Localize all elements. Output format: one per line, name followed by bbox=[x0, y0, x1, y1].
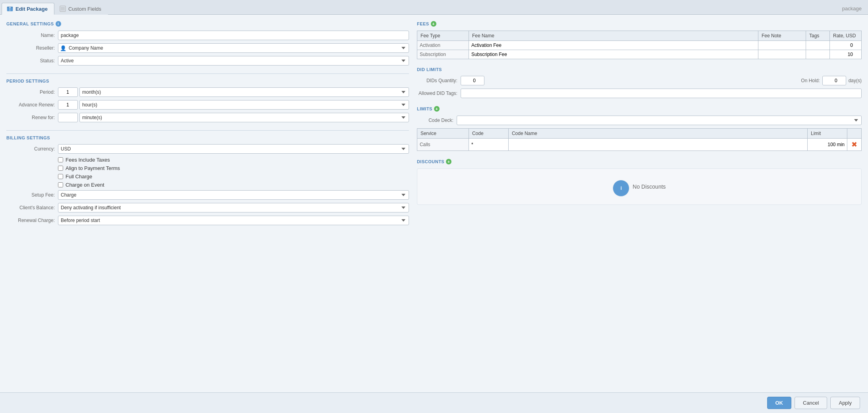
renewal-charge-label: Renewal Charge: bbox=[6, 218, 58, 223]
fees-row-0: Activation bbox=[417, 41, 861, 50]
top-right-label: package bbox=[108, 2, 868, 14]
advance-renew-num-input[interactable] bbox=[58, 100, 78, 110]
limits-row-0: Calls ✖ bbox=[417, 139, 861, 151]
charge-on-event-label: Charge on Event bbox=[66, 182, 104, 188]
limits-codename-input-0[interactable] bbox=[511, 142, 805, 147]
full-charge-label: Full Charge bbox=[66, 174, 92, 179]
period-num-input[interactable] bbox=[58, 87, 78, 97]
fees-col-tags: Tags bbox=[806, 31, 829, 41]
fees-col-note: Fee Note bbox=[758, 31, 806, 41]
general-settings-header: General Settings i bbox=[6, 21, 409, 27]
renew-for-row: Renew for: minute(s) hour(s) day(s) bbox=[6, 113, 409, 122]
tab-custom-fields[interactable]: Custom Fields bbox=[54, 3, 108, 15]
tab-bar: Edit Package Custom Fields package bbox=[0, 0, 868, 15]
code-deck-select[interactable] bbox=[457, 116, 862, 125]
currency-select[interactable]: USD EUR GBP bbox=[58, 144, 409, 154]
fees-rate-0 bbox=[829, 41, 861, 50]
discounts-add-icon[interactable]: + bbox=[446, 159, 451, 164]
fees-name-input-0[interactable] bbox=[471, 42, 756, 48]
fees-rate-input-1[interactable] bbox=[832, 52, 859, 57]
renew-for-num-input[interactable] bbox=[58, 113, 78, 122]
ok-button[interactable]: OK bbox=[767, 397, 792, 409]
align-to-payment-label: Align to Payment Terms bbox=[66, 165, 120, 171]
advance-renew-unit-select[interactable]: hour(s) day(s) minute(s) bbox=[79, 100, 409, 110]
cancel-button[interactable]: Cancel bbox=[795, 397, 827, 409]
align-to-payment-checkbox[interactable] bbox=[58, 166, 63, 171]
fees-rate-1 bbox=[829, 50, 861, 59]
fees-note-input-0[interactable] bbox=[761, 42, 803, 48]
fees-include-taxes-row: Fees Include Taxes bbox=[58, 157, 409, 163]
limits-table: Service Code Code Name Limit Calls bbox=[417, 128, 862, 151]
full-charge-row: Full Charge bbox=[58, 174, 409, 179]
limits-service-0: Calls bbox=[417, 139, 469, 151]
fees-rate-input-0[interactable] bbox=[832, 42, 859, 48]
limits-delete-btn-0[interactable]: ✖ bbox=[850, 141, 859, 149]
left-panel: General Settings i Name: Reseller: 👤 Com… bbox=[6, 21, 417, 386]
period-settings-section: Period Settings Period: month(s) day(s) … bbox=[6, 79, 409, 122]
currency-row: Currency: USD EUR GBP bbox=[6, 144, 409, 154]
limits-col-actions bbox=[847, 129, 861, 139]
fees-note-input-1[interactable] bbox=[761, 52, 803, 57]
limits-section: Limits + Code Deck: Service Code bbox=[417, 106, 862, 151]
fees-col-name: Fee Name bbox=[469, 31, 758, 41]
name-row: Name: bbox=[6, 31, 409, 40]
name-input[interactable] bbox=[58, 31, 409, 40]
billing-settings-header: Billing Settings bbox=[6, 135, 409, 140]
fees-type-1: Subscription bbox=[417, 50, 469, 59]
renewal-charge-select[interactable]: Before period start After period start bbox=[58, 216, 409, 225]
discounts-header: Discounts + bbox=[417, 159, 862, 164]
dids-quantity-input[interactable] bbox=[461, 76, 484, 85]
reseller-row: Reseller: 👤 Company Name bbox=[6, 43, 409, 53]
fees-include-taxes-checkbox[interactable] bbox=[58, 157, 63, 162]
name-label: Name: bbox=[6, 33, 58, 38]
apply-button[interactable]: Apply bbox=[830, 397, 860, 409]
fees-tags-input-1[interactable] bbox=[808, 52, 827, 57]
general-settings-info-icon[interactable]: i bbox=[56, 21, 61, 27]
status-select[interactable]: Active Inactive bbox=[58, 56, 409, 66]
clients-balance-select[interactable]: Deny activating if insufficient Allow bbox=[58, 203, 409, 212]
limits-codename-0 bbox=[508, 139, 807, 151]
full-charge-checkbox[interactable] bbox=[58, 174, 63, 179]
no-discounts-text: No Discounts bbox=[633, 183, 665, 190]
fees-name-0 bbox=[469, 41, 758, 50]
limits-limit-input-0[interactable] bbox=[810, 142, 845, 147]
fees-tags-input-0[interactable] bbox=[808, 42, 827, 48]
main-content: General Settings i Name: Reseller: 👤 Com… bbox=[0, 15, 868, 392]
setup-fee-select[interactable]: Charge No Charge bbox=[58, 190, 409, 200]
limits-col-code: Code bbox=[469, 129, 508, 139]
reseller-select[interactable]: Company Name bbox=[58, 43, 409, 53]
renewal-charge-row: Renewal Charge: Before period start Afte… bbox=[6, 216, 409, 225]
right-panel: Fees + Fee Type Fee Name Fee Note Tags R… bbox=[417, 21, 862, 386]
limits-table-wrap: Service Code Code Name Limit Calls bbox=[417, 128, 862, 151]
allowed-did-tags-input[interactable] bbox=[461, 89, 862, 98]
bottom-bar: OK Cancel Apply bbox=[0, 392, 868, 413]
tab-edit-package[interactable]: Edit Package bbox=[2, 3, 54, 15]
limits-code-input-0[interactable] bbox=[471, 142, 506, 147]
no-discounts-info-icon: i bbox=[613, 180, 629, 197]
setup-fee-label: Setup Fee: bbox=[6, 192, 58, 198]
renew-for-input-group: minute(s) hour(s) day(s) bbox=[58, 113, 409, 122]
charge-on-event-checkbox[interactable] bbox=[58, 182, 63, 187]
period-settings-header: Period Settings bbox=[6, 79, 409, 83]
fees-name-input-1[interactable] bbox=[471, 52, 756, 57]
on-hold-input[interactable] bbox=[822, 76, 846, 85]
no-discounts-box: i No Discounts bbox=[417, 168, 862, 205]
discounts-section: Discounts + i No Discounts bbox=[417, 159, 862, 205]
renew-for-unit-select[interactable]: minute(s) hour(s) day(s) bbox=[79, 113, 409, 122]
fees-add-icon[interactable]: + bbox=[431, 21, 436, 27]
limits-col-limit: Limit bbox=[807, 129, 847, 139]
fees-section: Fees + Fee Type Fee Name Fee Note Tags R… bbox=[417, 21, 862, 59]
allowed-did-tags-label: Allowed DID Tags: bbox=[417, 91, 461, 96]
reseller-select-wrap: 👤 Company Name bbox=[58, 43, 409, 53]
limits-delete-0: ✖ bbox=[847, 139, 861, 151]
period-unit-select[interactable]: month(s) day(s) hour(s) bbox=[79, 87, 409, 97]
general-settings-section: General Settings i Name: Reseller: 👤 Com… bbox=[6, 21, 409, 66]
list-icon bbox=[60, 6, 66, 12]
fees-include-taxes-label: Fees Include Taxes bbox=[66, 157, 110, 163]
limits-add-icon[interactable]: + bbox=[434, 106, 440, 112]
dids-quantity-label: DIDs Quantity: bbox=[417, 78, 461, 83]
charge-on-event-row: Charge on Event bbox=[58, 182, 409, 188]
status-label: Status: bbox=[6, 58, 58, 64]
code-deck-row: Code Deck: bbox=[417, 116, 862, 125]
advance-renew-input-group: hour(s) day(s) minute(s) bbox=[58, 100, 409, 110]
